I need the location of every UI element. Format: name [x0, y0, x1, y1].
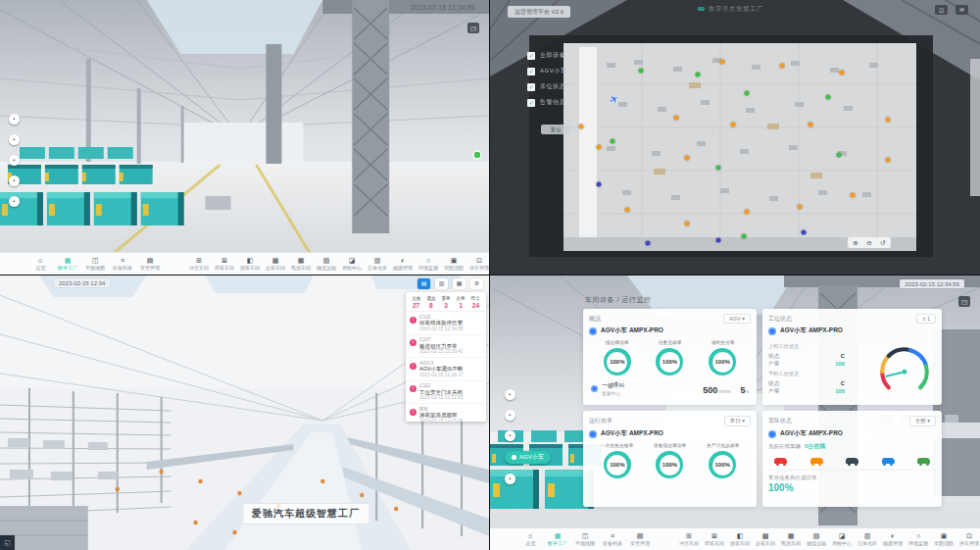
toolbar-item[interactable]: ◧ 涂装车间 — [237, 257, 263, 272]
device-status-dot[interactable] — [674, 116, 679, 121]
toolbar-item[interactable]: ⊡ 停车管理 — [466, 257, 489, 272]
toolbar-item[interactable]: ⊠ 焊装车间 — [212, 257, 237, 272]
toolbar-item[interactable]: ⌂ 总览 — [27, 257, 53, 272]
device-status-dot[interactable] — [851, 192, 856, 197]
toolbar-item[interactable]: ≡ 设备列表 — [110, 257, 135, 272]
toolbar-item[interactable]: ◐ 能源管理 — [390, 257, 416, 272]
device-status-dot[interactable] — [886, 157, 891, 162]
map-control-button[interactable]: ⊖ — [863, 238, 875, 247]
device-status-dot[interactable] — [886, 118, 891, 123]
device-status-dot[interactable] — [836, 153, 841, 158]
toolbar-item[interactable]: ▦ 电池车间 — [778, 532, 804, 547]
alarm-list-item[interactable]: ! B06 涂装室温度超限 2023-02-15 12:15:36 — [406, 404, 486, 422]
alarm-list-item[interactable]: ! AGV-3 AGV小车通讯中断 2023-02-15 12:28:17 — [406, 358, 486, 381]
device-status-dot[interactable] — [639, 68, 644, 73]
device-status-dot[interactable] — [720, 60, 725, 65]
overview-dropdown[interactable]: AGV ▾ — [723, 314, 751, 324]
camera-marker-button[interactable]: ▪ — [9, 175, 20, 186]
toolbar-item[interactable]: ⊡ 停车管理 — [956, 532, 980, 547]
camera-marker-button[interactable]: ▪ — [9, 155, 20, 166]
agv-car-icon[interactable] — [810, 458, 823, 464]
device-status-dot[interactable] — [798, 205, 803, 210]
alarm-stat[interactable]: 紧急 8 — [423, 295, 438, 309]
toolbar-item[interactable]: ⊞ 冲压车间 — [186, 257, 212, 272]
toolbar-item[interactable]: ▩ 总装车间 — [263, 257, 288, 272]
panel-tab-button[interactable]: ▥ — [435, 278, 448, 289]
device-status-dot[interactable] — [685, 222, 690, 226]
device-status-dot[interactable] — [840, 70, 845, 75]
device-status-dot[interactable] — [646, 240, 651, 245]
reset-view-button[interactable]: 复位 — [541, 125, 570, 134]
alarm-list-item[interactable]: ! C102 焊装线体急停告警 2023-02-15 12:34:05 — [406, 312, 486, 335]
legend-checkbox-row[interactable]: ✓ 告警信息 — [527, 98, 570, 107]
toolbar-item[interactable]: ▤ 安全管理 — [627, 532, 653, 547]
device-status-dot[interactable] — [716, 238, 721, 243]
agv-car-icon[interactable] — [917, 458, 930, 464]
alarm-stat[interactable]: 提示 24 — [468, 295, 483, 309]
alarm-stat[interactable]: 重要 3 — [438, 295, 453, 309]
legend-checkbox-row[interactable]: ✓ AGV小车 — [527, 67, 570, 75]
running-dropdown[interactable]: 本日 ▾ — [724, 416, 751, 426]
legend-checkbox-row[interactable]: ✓ 库位状态 — [527, 82, 570, 91]
device-status-dot[interactable] — [611, 138, 615, 143]
toolbar-item[interactable]: ◫ 平面地图 — [572, 532, 598, 547]
toolbar-item[interactable]: ▤ 安全管理 — [137, 257, 163, 272]
map-control-button[interactable]: ↺ — [877, 238, 889, 247]
toolbar-item[interactable]: ▦ 电池车间 — [288, 257, 314, 272]
fullscreen-button[interactable]: ◳ — [935, 5, 948, 15]
panel-tab-button[interactable]: ▦ — [453, 278, 466, 289]
device-status-dot[interactable] — [597, 145, 602, 150]
toolbar-item[interactable]: ▥ 立体仓库 — [855, 532, 880, 547]
device-status-dot[interactable] — [730, 122, 735, 126]
toolbar-item[interactable]: ▦ 数字工厂 — [545, 532, 570, 547]
toolbar-item[interactable]: ▥ 立体仓库 — [365, 257, 390, 272]
device-status-dot[interactable] — [579, 124, 584, 128]
toolbar-item[interactable]: ⌂ 总览 — [517, 532, 543, 547]
device-status-dot[interactable] — [745, 90, 750, 95]
scene-badge-button[interactable]: ▪ — [505, 430, 515, 441]
device-status-dot[interactable] — [597, 182, 602, 187]
toolbar-item[interactable]: ◧ 涂装车间 — [727, 532, 753, 547]
alarm-stat[interactable]: 次要 1 — [454, 295, 468, 309]
device-status-dot[interactable] — [745, 209, 750, 214]
agv-pill-button[interactable]: AGV小车 — [505, 451, 551, 464]
toolbar-item[interactable]: ○ 环境监测 — [906, 532, 931, 547]
alarm-list-item[interactable]: ! C112 工位安全门未关闭 2023-02-15 12:21:53 — [406, 381, 486, 405]
fullscreen-button[interactable]: ◳ — [958, 296, 970, 307]
legend-checkbox-row[interactable]: ✓ 全部设备 — [527, 51, 570, 60]
toolbar-item[interactable]: ○ 环境监测 — [416, 257, 441, 272]
device-status-dot[interactable] — [808, 122, 813, 126]
device-status-dot[interactable] — [780, 64, 785, 69]
nav-cube[interactable]: ◱ — [0, 535, 15, 550]
message-button[interactable]: ✉ — [956, 5, 968, 15]
scene-badge-button[interactable]: ▪ — [505, 474, 515, 484]
device-status-dot[interactable] — [624, 207, 629, 212]
device-status-dot[interactable] — [716, 166, 721, 171]
panel-tab-button[interactable]: ▤ — [417, 278, 430, 289]
camera-marker-button[interactable]: ▪ — [9, 196, 20, 207]
panel-tab-button[interactable]: ⚙ — [470, 278, 483, 289]
device-status-dot[interactable] — [685, 155, 690, 160]
device-status-dot[interactable] — [801, 229, 806, 234]
device-status-dot[interactable] — [741, 234, 746, 239]
toolbar-item[interactable]: ▣ 安防消防 — [441, 257, 466, 272]
toolbar-item[interactable]: ◪ 质检中心 — [829, 532, 855, 547]
alarm-stat[interactable]: 总数 27 — [409, 295, 423, 309]
fullscreen-button[interactable]: ◳ — [467, 23, 479, 33]
fleet-dropdown[interactable]: 全部 ▾ — [909, 416, 936, 426]
toolbar-item[interactable]: ▦ 数字工厂 — [55, 257, 80, 272]
factory-floorplan-map[interactable]: ✈ ⊕ ⊖ ↺ — [564, 43, 916, 251]
status-dropdown[interactable]: ± 1 — [916, 314, 936, 324]
toolbar-item[interactable]: ◪ 质检中心 — [339, 257, 365, 272]
toolbar-item[interactable]: ▧ 物流运输 — [314, 257, 339, 272]
toolbar-item[interactable]: ▧ 物流运输 — [804, 532, 829, 547]
scene-badge-button[interactable]: ▪ — [505, 389, 515, 400]
camera-marker-button[interactable]: ▪ — [9, 114, 20, 125]
map-control-button[interactable]: ⊕ — [850, 238, 861, 247]
toolbar-item[interactable]: ⊠ 焊装车间 — [702, 532, 727, 547]
alarm-list-item[interactable]: ! C107 输送链压力异常 2023-02-15 12:30:41 — [406, 335, 486, 359]
device-status-dot[interactable] — [826, 95, 831, 100]
toolbar-item[interactable]: ◫ 平面地图 — [82, 257, 108, 272]
agv-car-icon[interactable] — [774, 458, 787, 464]
toolbar-item[interactable]: ⊞ 冲压车间 — [676, 532, 702, 547]
